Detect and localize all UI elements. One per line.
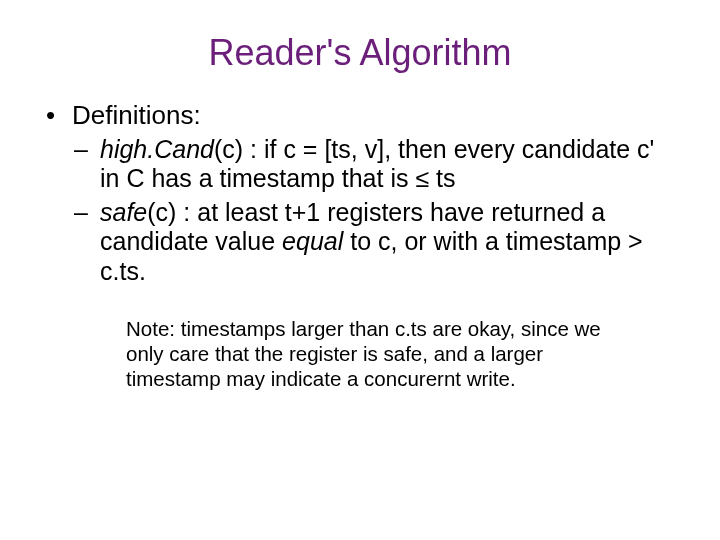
definitions-label: Definitions: <box>72 100 201 130</box>
definition-highcand: high.Cand(c) : if c = [ts, v], then ever… <box>72 135 674 194</box>
term-highcand: high.Cand <box>100 135 214 163</box>
top-list: Definitions: high.Cand(c) : if c = [ts, … <box>46 100 674 286</box>
definition-safe: safe(c) : at least t+1 registers have re… <box>72 198 674 287</box>
slide: Reader's Algorithm Definitions: high.Can… <box>0 32 720 540</box>
definitions-bullet: Definitions: high.Cand(c) : if c = [ts, … <box>46 100 674 286</box>
equal-word: equal <box>282 227 343 255</box>
slide-title: Reader's Algorithm <box>46 32 674 74</box>
definitions-sublist: high.Cand(c) : if c = [ts, v], then ever… <box>72 135 674 287</box>
term-safe: safe <box>100 198 147 226</box>
note-text: Note: timestamps larger than c.ts are ok… <box>126 316 634 391</box>
